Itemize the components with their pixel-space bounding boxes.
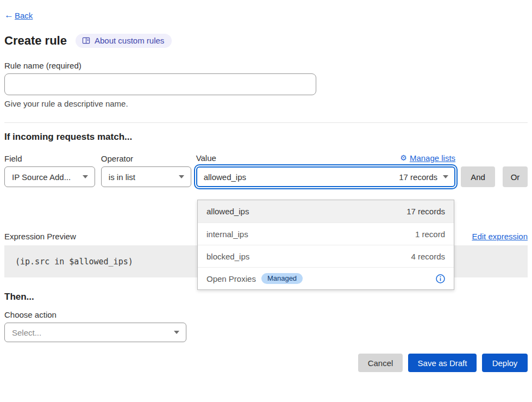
list-item-name: Open Proxies [206, 274, 256, 283]
manage-lists-label[interactable]: Manage lists [410, 153, 455, 163]
about-badge-label: About custom rules [95, 36, 164, 45]
back-arrow-icon: ← [4, 10, 14, 21]
field-label: Field [4, 154, 95, 163]
field-select[interactable]: IP Source Add... [4, 166, 95, 187]
list-item-name: blocked_ips [206, 252, 249, 261]
operator-label: Operator [101, 154, 191, 163]
list-item-count: 1 record [415, 230, 445, 239]
list-item-allowed-ips[interactable]: allowed_ips 17 records [198, 200, 454, 222]
section-divider [4, 122, 528, 123]
chevron-down-icon [174, 331, 179, 334]
expression-code: (ip.src in $allowed_ips) [4, 257, 133, 267]
and-button[interactable]: And [461, 166, 495, 187]
choose-action-label: Choose action [4, 310, 528, 319]
deploy-button[interactable]: Deploy [482, 354, 528, 372]
list-item-open-proxies[interactable]: Open Proxies Managed [198, 267, 454, 289]
expression-preview-label: Expression Preview [4, 232, 76, 241]
footer-actions: Cancel Save as Draft Deploy [4, 354, 528, 372]
list-item-blocked-ips[interactable]: blocked_ips 4 records [198, 245, 454, 267]
operator-select[interactable]: is in list [101, 166, 191, 187]
value-select-name: allowed_ips [204, 172, 246, 182]
back-link-label[interactable]: Back [15, 11, 33, 20]
then-section-heading: Then... [4, 292, 528, 302]
chevron-down-icon [443, 175, 448, 178]
list-item-count: 4 records [411, 252, 445, 261]
about-custom-rules-link[interactable]: About custom rules [76, 34, 172, 48]
operator-select-value: is in list [109, 172, 135, 182]
match-section-heading: If incoming requests match... [4, 132, 528, 143]
field-select-value: IP Source Add... [12, 172, 71, 182]
value-select[interactable]: allowed_ips 17 records [196, 166, 455, 187]
action-select-placeholder: Select... [12, 328, 41, 337]
managed-badge: Managed [261, 273, 303, 284]
create-rule-page: ← Back Create rule About custom rules Ru… [0, 0, 532, 402]
value-label: Value [196, 153, 216, 163]
gear-icon: ⚙ [400, 153, 407, 162]
chevron-down-icon [83, 175, 88, 178]
rule-name-helper: Give your rule a descriptive name. [4, 99, 528, 108]
value-select-count: 17 records [399, 172, 437, 182]
info-icon[interactable] [436, 274, 445, 283]
list-item-name: allowed_ips [206, 207, 249, 216]
cancel-button[interactable]: Cancel [358, 354, 403, 372]
condition-row: Field IP Source Add... Operator is in li… [4, 152, 528, 187]
list-dropdown: allowed_ips 17 records internal_ips 1 re… [197, 200, 454, 290]
save-as-draft-button[interactable]: Save as Draft [408, 354, 477, 372]
action-select[interactable]: Select... [4, 323, 186, 342]
edit-expression-link[interactable]: Edit expression [472, 232, 528, 241]
list-item-internal-ips[interactable]: internal_ips 1 record [198, 222, 454, 245]
book-icon [82, 36, 90, 45]
rule-name-label: Rule name (required) [4, 61, 528, 70]
list-item-name: internal_ips [206, 230, 248, 239]
page-header: Create rule About custom rules [4, 34, 528, 48]
chevron-down-icon [179, 175, 184, 178]
page-title: Create rule [4, 34, 67, 48]
back-link[interactable]: ← Back [4, 10, 528, 21]
rule-name-input[interactable] [4, 73, 316, 95]
manage-lists-link[interactable]: ⚙ Manage lists [400, 153, 455, 163]
list-item-count: 17 records [406, 207, 445, 216]
or-button[interactable]: Or [503, 166, 528, 187]
